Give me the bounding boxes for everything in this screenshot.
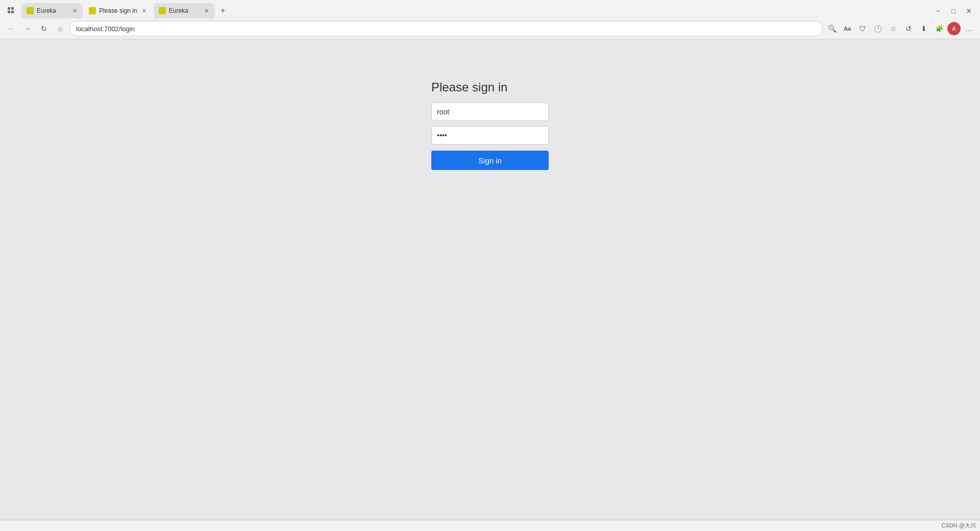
- address-bar: ← → ↻ ⌂ localhost:7002/login 🔍 Aa 🛡 🕐 ☆ …: [0, 18, 980, 39]
- page-content: Please sign in Sign in: [0, 39, 980, 520]
- tab-close-1[interactable]: ✕: [70, 7, 79, 15]
- new-tab-button[interactable]: +: [216, 4, 230, 18]
- username-input[interactable]: [431, 103, 549, 121]
- minimize-button[interactable]: −: [931, 4, 945, 18]
- tab-label-1: Eureka: [37, 7, 67, 14]
- tab-close-3[interactable]: ✕: [203, 7, 211, 15]
- forward-button[interactable]: →: [20, 21, 35, 36]
- tab-eureka-3[interactable]: Eureka ✕: [154, 3, 215, 18]
- tab-favicon-1: [27, 7, 34, 14]
- sign-in-button[interactable]: Sign in: [431, 151, 549, 170]
- tab-favicon-3: [159, 7, 166, 14]
- more-menu-icon[interactable]: …: [962, 21, 976, 36]
- browser-chrome: Eureka ✕ Please sign in ✕ Eureka ✕ + − □…: [0, 0, 980, 39]
- shield-icon[interactable]: 🛡: [855, 21, 870, 36]
- tab-grid-button[interactable]: [4, 4, 18, 18]
- favorites-icon[interactable]: ☆: [886, 21, 900, 36]
- refresh-button[interactable]: ↻: [37, 21, 51, 36]
- download-icon[interactable]: ⬇: [917, 21, 931, 36]
- back-button[interactable]: ←: [4, 21, 18, 36]
- bottom-bar: CSDN @大川: [0, 520, 980, 531]
- reader-mode-icon[interactable]: Aa: [840, 21, 854, 36]
- window-controls: − □ ✕: [931, 4, 976, 18]
- tab-favicon-2: [89, 7, 96, 14]
- history-icon[interactable]: ↺: [901, 21, 916, 36]
- url-text: localhost:7002/login: [76, 25, 135, 33]
- password-input[interactable]: [431, 126, 549, 144]
- url-bar[interactable]: localhost:7002/login: [69, 21, 823, 36]
- home-button[interactable]: ⌂: [53, 21, 67, 36]
- tab-eureka-1[interactable]: Eureka ✕: [21, 3, 83, 18]
- svg-rect-3: [11, 11, 14, 13]
- login-form: Sign in: [431, 103, 549, 170]
- search-icon[interactable]: 🔍: [825, 21, 839, 36]
- tab-bar: Eureka ✕ Please sign in ✕ Eureka ✕ + − □…: [0, 0, 980, 18]
- tab-sign-in[interactable]: Please sign in ✕: [84, 3, 153, 18]
- toolbar-icons: 🔍 Aa 🛡 🕐 ☆ ↺ ⬇ 🧩 A …: [825, 21, 976, 36]
- bottom-bar-text: CSDN @大川: [942, 522, 976, 529]
- svg-rect-2: [8, 11, 10, 13]
- profile-avatar[interactable]: A: [947, 22, 961, 35]
- tab-close-2[interactable]: ✕: [140, 7, 149, 15]
- login-container: Please sign in Sign in: [431, 80, 549, 170]
- svg-rect-0: [8, 7, 10, 10]
- login-title: Please sign in: [431, 80, 507, 94]
- tab-label-3: Eureka: [169, 7, 200, 14]
- clock-icon[interactable]: 🕐: [871, 21, 885, 36]
- svg-rect-1: [11, 7, 14, 10]
- tab-label-2: Please sign in: [99, 7, 137, 14]
- maximize-button[interactable]: □: [946, 4, 961, 18]
- close-button[interactable]: ✕: [962, 4, 976, 18]
- extensions-icon[interactable]: 🧩: [932, 21, 946, 36]
